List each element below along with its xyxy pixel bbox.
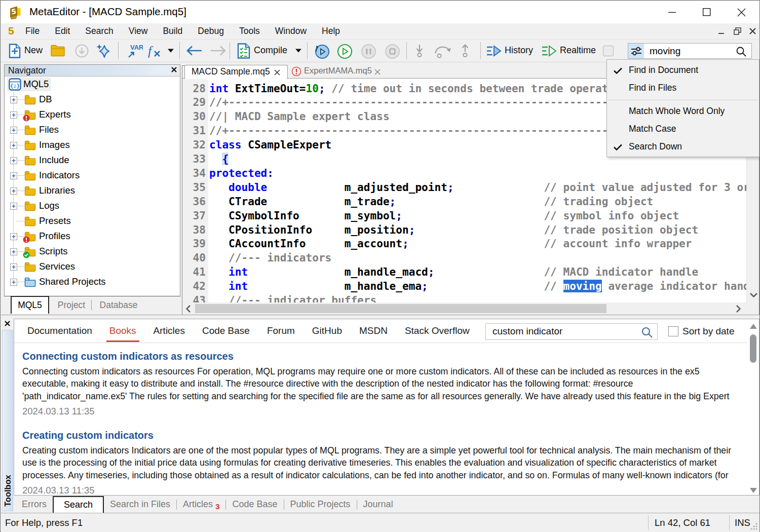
menu-item-match-whole-word-only[interactable]: Match Whole Word Only [607,103,759,121]
window-minimize-button[interactable] [661,1,684,23]
menu-item-search[interactable]: Search [78,23,121,39]
tab-close-icon[interactable] [274,69,280,75]
result-title[interactable]: Creating custom indicators [22,430,742,441]
toolbox-close-icon[interactable] [5,321,10,326]
toolbox-tab-documentation[interactable]: Documentation [27,325,92,336]
scroll-down-icon[interactable] [750,488,757,493]
menu-item-file[interactable]: File [18,23,47,39]
sort-by-date-checkbox[interactable] [668,326,678,336]
open-folder-icon[interactable] [51,45,65,57]
toolbox-search-input[interactable]: custom indicator [492,326,562,337]
start-debug-history-icon[interactable] [314,44,330,59]
tree-item-include[interactable]: Include [5,153,180,168]
tree-item-logs[interactable]: Logs [5,199,180,214]
menu-item-search-down[interactable]: Search Down [607,138,759,156]
expand-icon[interactable] [10,111,17,119]
window-close-button[interactable] [730,1,753,23]
window-maximize-button[interactable] [695,1,718,23]
expand-icon[interactable] [10,187,17,195]
menu-item-match-case[interactable]: Match Case [607,121,759,138]
result-title[interactable]: Connecting custom indicators as resource… [22,351,742,362]
toolbox-tab-stack-overflow[interactable]: Stack Overflow [405,325,470,336]
expand-icon[interactable] [10,233,17,240]
menu-item-window[interactable]: Window [268,23,314,39]
pause-icon[interactable] [361,44,376,59]
editor-tab-macd-sample[interactable]: MACD Sample.mq5 [184,65,288,79]
new-file-label[interactable]: New [24,45,43,56]
toolbox-search-box[interactable]: custom indicator [485,323,658,340]
menu-item-tools[interactable]: Tools [232,23,268,39]
bottom-tab-search[interactable]: Search [53,496,104,513]
resize-grip[interactable] [750,522,758,530]
stop-icon[interactable] [385,44,400,59]
navigator-close-icon[interactable] [171,67,177,72]
history-label[interactable]: History [505,45,533,56]
bottom-tab-code-base[interactable]: Code Base [226,496,283,513]
tree-item-label[interactable]: Profiles [39,231,70,242]
expand-icon[interactable] [10,279,17,286]
expand-icon[interactable] [10,157,17,164]
expand-icon[interactable] [10,172,17,179]
bottom-tab-public-projects[interactable]: Public Projects [284,496,357,513]
bottom-tab-errors[interactable]: Errors [16,496,53,513]
tree-item-db[interactable]: DB [5,92,180,107]
menu-item-find-in-document[interactable]: Find in Document [607,62,759,80]
tree-item-label[interactable]: Experts [39,109,71,120]
insert-function-icon[interactable]: f [147,44,165,58]
tree-item-label[interactable]: Services [39,261,75,272]
bottom-tab-journal[interactable]: Journal [357,496,399,513]
scroll-down-icon[interactable] [750,293,757,297]
save-disabled-icon[interactable] [75,44,89,58]
tree-item-label[interactable]: Files [39,124,59,135]
expand-icon[interactable] [10,263,17,271]
toolbox-tab-github[interactable]: GitHub [312,325,342,336]
toolbox-tab-forum[interactable]: Forum [267,325,295,336]
tree-item-images[interactable]: Images [5,138,180,153]
toolbox-tab-msdn[interactable]: MSDN [359,325,388,336]
menu-item-build[interactable]: Build [155,23,190,39]
hscrollbar-thumb[interactable] [195,304,606,313]
compile-dropdown-caret[interactable] [295,48,302,53]
compile-label[interactable]: Compile [254,45,287,56]
realtime-icon[interactable] [541,45,557,57]
expand-icon[interactable] [10,203,17,210]
expand-icon[interactable] [10,127,17,134]
expand-icon[interactable] [10,248,17,255]
editor-tab-expertmama[interactable]: ExpertMAMA.mq5 [288,65,388,78]
tree-item-shared-projects[interactable]: Shared Projects [5,275,180,290]
history-icon[interactable] [486,45,502,57]
start-realtime-icon[interactable] [337,44,353,59]
tree-item-label[interactable]: Presets [39,215,71,226]
bottom-tab-articles[interactable]: Articles3 [177,496,225,513]
toolbar-search-input[interactable]: moving [650,46,680,57]
expand-icon[interactable] [10,142,17,149]
tree-item-experts[interactable]: Experts [5,107,180,123]
toolbox-scrollbar[interactable] [747,320,759,495]
watch-variable-icon[interactable]: VAR [126,44,143,59]
navigate-back-icon[interactable] [185,45,203,57]
tree-item-label[interactable]: Indicators [39,170,80,181]
tree-item-presets[interactable]: Presets [5,214,180,229]
step-over-icon[interactable] [433,45,452,58]
step-out-icon[interactable] [460,44,470,58]
scroll-up-icon[interactable] [750,324,757,329]
tree-item-scripts[interactable]: Scripts [5,244,180,259]
realtime-label[interactable]: Realtime [560,45,596,56]
tab-close-icon[interactable] [374,69,381,75]
tree-item-services[interactable]: Services [5,259,180,275]
search-icon[interactable] [736,46,747,57]
toolbar-checkbox[interactable] [603,46,614,56]
navigator-tab-database[interactable]: Database [96,296,141,314]
toolbox-tab-code-base[interactable]: Code Base [202,325,250,336]
tree-item-label[interactable]: Libraries [39,185,75,196]
mdi-minimize-button[interactable] [714,23,728,39]
tree-item-files[interactable]: Files [5,123,180,138]
toolbox-scrollbar-thumb[interactable] [750,334,756,363]
function-dropdown-caret[interactable] [167,48,174,53]
ai-assistant-icon[interactable] [95,43,112,59]
mdi-restore-button[interactable] [731,23,744,39]
scroll-right-icon[interactable] [736,305,741,313]
tree-item-label[interactable]: Images [39,139,70,150]
menu-item-edit[interactable]: Edit [47,23,78,39]
expand-icon[interactable] [10,96,17,103]
